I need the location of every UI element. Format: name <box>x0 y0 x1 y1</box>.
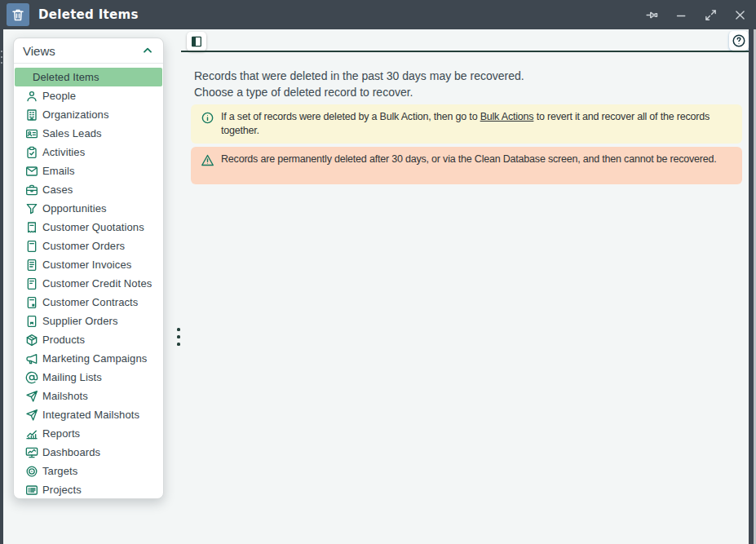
document-lines-icon <box>25 259 38 272</box>
info-icon <box>201 111 214 125</box>
views-panel: Views Deleted ItemsPeopleOrganizationsSa… <box>13 38 164 499</box>
info-banner-text: If a set of records were deleted by a Bu… <box>221 110 732 138</box>
sidebar-item-label: People <box>42 90 76 102</box>
clipboard-check-icon <box>25 146 38 159</box>
handle-dot <box>177 335 180 338</box>
sidebar-item-mailshots[interactable]: Mailshots <box>14 387 163 405</box>
sidebar-item-label: Projects <box>42 484 82 496</box>
sidebar-item-label: Customer Quotations <box>42 221 144 233</box>
sidebar-item-label: Customer Invoices <box>42 259 131 271</box>
sidebar-item-label: Products <box>42 334 85 346</box>
left-edge-tick <box>1 62 2 64</box>
sidebar-item-label: Customer Credit Notes <box>42 277 152 290</box>
sidebar-item-label: Targets <box>42 465 77 477</box>
info-text-before: If a set of records were deleted by a Bu… <box>221 111 480 122</box>
funnel-icon <box>25 202 38 215</box>
person-icon <box>25 90 38 103</box>
info-banner: If a set of records were deleted by a Bu… <box>191 104 742 144</box>
document-ribbon-icon <box>25 221 38 234</box>
sidebar-item-mailing-lists[interactable]: Mailing Lists <box>14 368 163 387</box>
window-left-border <box>0 29 3 544</box>
sidebar-item-organizations[interactable]: Organizations <box>14 105 163 124</box>
sidebar-item-label: Customer Orders <box>42 240 125 252</box>
pin-icon[interactable] <box>643 7 660 23</box>
megaphone-icon <box>25 352 38 365</box>
window-title: Deleted Items <box>38 7 139 22</box>
sidebar-item-supplier-orders[interactable]: Supplier Orders <box>14 312 163 330</box>
package-icon <box>25 334 38 347</box>
sidebar-item-integrated-mailshots[interactable]: Integrated Mailshots <box>14 405 163 424</box>
sidebar-item-sales-leads[interactable]: Sales Leads <box>14 124 163 143</box>
sidebar-item-label: Deleted Items <box>33 71 99 83</box>
document-icon <box>25 240 38 253</box>
toolbar-divider <box>181 51 749 52</box>
sidebar-item-targets[interactable]: Targets <box>14 462 163 480</box>
minimize-icon[interactable] <box>673 7 689 23</box>
sidebar-item-label: Dashboards <box>42 446 100 458</box>
list-card-icon <box>25 484 38 497</box>
document-contract-icon <box>25 296 38 309</box>
intro-line2: Choose a type of deleted record to recov… <box>194 86 413 99</box>
sidebar-item-label: Opportunities <box>42 202 107 215</box>
document-filled-icon <box>25 315 38 328</box>
sidebar-item-label: Cases <box>42 184 73 196</box>
sidebar-item-label: Sales Leads <box>42 127 102 139</box>
sidebar-item-label: Emails <box>42 165 75 177</box>
panel-toggle-icon[interactable] <box>187 32 206 51</box>
sidebar-item-customer-invoices[interactable]: Customer Invoices <box>14 255 163 274</box>
sidebar-item-label: Supplier Orders <box>42 315 118 327</box>
panel-resize-handle[interactable] <box>175 327 183 347</box>
sidebar-item-cases[interactable]: Cases <box>14 180 163 199</box>
handle-dot <box>177 328 180 331</box>
at-sign-icon <box>25 371 38 384</box>
sidebar-item-projects[interactable]: Projects <box>14 480 163 499</box>
sidebar-item-activities[interactable]: Activities <box>14 143 163 161</box>
sidebar-item-customer-quotations[interactable]: Customer Quotations <box>14 218 163 237</box>
sidebar-item-customer-orders[interactable]: Customer Orders <box>14 237 163 255</box>
sidebar-item-marketing-campaigns[interactable]: Marketing Campaigns <box>14 349 163 368</box>
sidebar-item-label: Mailshots <box>42 390 88 402</box>
handle-dot <box>177 343 180 346</box>
views-title: Views <box>23 44 55 58</box>
sidebar-item-label: Customer Contracts <box>42 296 138 308</box>
bulk-actions-link[interactable]: Bulk Actions <box>480 111 534 122</box>
sidebar-item-label: Integrated Mailshots <box>42 409 139 421</box>
trash-icon <box>7 3 29 26</box>
warning-banner: Records are permanently deleted after 30… <box>191 147 742 184</box>
intro-line1: Records that were deleted in the past 30… <box>194 69 524 82</box>
sidebar-item-reports[interactable]: Reports <box>14 424 163 443</box>
building-icon <box>25 108 38 122</box>
sidebar-item-customer-credit-notes[interactable]: Customer Credit Notes <box>14 274 163 293</box>
maximize-icon[interactable] <box>702 7 718 23</box>
sidebar-item-opportunities[interactable]: Opportunities <box>14 199 163 218</box>
intro-text: Records that were deleted in the past 30… <box>194 68 524 100</box>
dashboard-icon <box>25 446 38 459</box>
sidebar-item-label: Reports <box>42 427 80 440</box>
sidebar-item-dashboards[interactable]: Dashboards <box>14 443 163 462</box>
paper-plane-icon <box>25 409 38 422</box>
sidebar-item-label: Mailing Lists <box>42 371 102 383</box>
chart-icon <box>25 427 38 440</box>
briefcase-icon <box>25 184 38 197</box>
sidebar-item-products[interactable]: Products <box>14 330 163 349</box>
close-icon[interactable] <box>732 7 748 23</box>
paper-plane-icon <box>25 390 38 403</box>
sidebar-item-deleted-items[interactable]: Deleted Items <box>15 68 162 86</box>
window-controls <box>643 0 748 29</box>
sidebar-item-customer-contracts[interactable]: Customer Contracts <box>14 293 163 312</box>
envelope-icon <box>25 165 38 178</box>
warning-banner-text: Records are permanently deleted after 30… <box>221 153 717 166</box>
warning-icon <box>201 153 214 167</box>
left-edge-tick <box>1 56 2 58</box>
left-edge-tick <box>1 51 2 52</box>
chevron-up-icon[interactable] <box>141 44 154 57</box>
window-right-border <box>749 29 754 544</box>
document-note-icon <box>25 277 38 290</box>
sidebar-item-emails[interactable]: Emails <box>14 161 163 180</box>
sidebar-item-people[interactable]: People <box>14 86 163 105</box>
help-icon[interactable] <box>729 31 749 51</box>
sidebar-item-label: Organizations <box>42 108 109 121</box>
views-header: Views <box>14 38 163 64</box>
titlebar: Deleted Items <box>0 0 756 29</box>
sidebar-item-label: Activities <box>42 146 85 158</box>
